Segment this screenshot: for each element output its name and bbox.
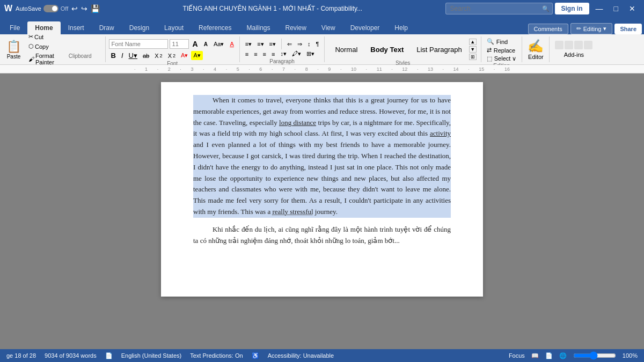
activity-underline: activity — [430, 129, 451, 137]
tab-review[interactable]: Review — [278, 21, 314, 34]
decrease-indent-button[interactable]: ⇐ — [285, 40, 294, 49]
bold-button[interactable]: B — [109, 50, 118, 61]
signin-button[interactable]: Sign in — [555, 3, 589, 14]
tab-mailings[interactable]: Mailings — [239, 21, 277, 34]
paragraph-2[interactable]: Khi nhắc đến du lịch, ai cũng nghĩ rằng … — [193, 224, 451, 247]
underline-button[interactable]: U▾ — [127, 50, 140, 61]
tab-view[interactable]: View — [314, 21, 343, 34]
borders-button[interactable]: ⊞▾ — [304, 49, 317, 58]
numbering-button[interactable]: ≡▾ — [255, 40, 266, 49]
redo-button[interactable]: ↪ — [81, 4, 87, 13]
paragraph-row1: ≡▾ ≡▾ ≡▾ ⇐ ⇒ ↕ ¶ — [243, 39, 321, 49]
styles-expand[interactable]: ⊞ — [469, 54, 477, 60]
tab-file[interactable]: File — [2, 21, 27, 34]
show-marks-button[interactable]: ¶ — [314, 40, 321, 48]
comments-button[interactable]: Comments — [528, 24, 568, 34]
styles-gallery: Normal Body Text List Paragraph ▲ ▼ ⊞ — [327, 39, 478, 60]
font-color-button[interactable]: A▾ — [179, 51, 190, 60]
addins-icons — [555, 41, 592, 49]
tab-draw[interactable]: Draw — [92, 21, 122, 34]
highlight-button[interactable]: A▾ — [191, 51, 202, 60]
document-area: When it comes to travel, everyone thinks… — [0, 73, 644, 349]
autosave-switch[interactable] — [43, 5, 58, 12]
view-icon-print[interactable]: 📄 — [545, 352, 553, 359]
accessibility-status: Accessibility: Unavailable — [268, 352, 334, 359]
paragraph-group: ≡▾ ≡▾ ≡▾ ⇐ ⇒ ↕ ¶ ≡ ≡ ≡ ≡ ↕▾ 🖍▾ ⊞▾ — [240, 36, 325, 62]
change-case-button[interactable]: Aa▾ — [211, 40, 226, 49]
cut-button[interactable]: ✂ Cut — [26, 32, 56, 41]
italic-button[interactable]: I — [119, 50, 126, 61]
font-group: A A Aa▾ A B I U▾ ab X2 X2 A▾ A▾ Font — [106, 36, 240, 62]
copy-button[interactable]: ⬡ Copy — [26, 42, 56, 51]
clipboard-sub: ✂ Cut ⬡ Copy 🖌 Format Painter — [26, 39, 56, 60]
view-icon-web[interactable]: 🌐 — [559, 352, 567, 359]
increase-indent-button[interactable]: ⇒ — [295, 40, 304, 49]
paste-button[interactable]: 📋 Paste — [3, 39, 24, 60]
maximize-button[interactable]: □ — [610, 2, 623, 15]
styles-scroll-down[interactable]: ▼ — [469, 46, 477, 53]
close-button[interactable]: ✕ — [625, 2, 640, 15]
find-icon: 🔍 — [487, 38, 494, 45]
view-icon-read[interactable]: 📖 — [531, 352, 539, 359]
align-left-button[interactable]: ≡ — [243, 50, 251, 58]
tab-bar: File Home Insert Draw Design Layout Refe… — [0, 17, 644, 34]
style-list-paragraph[interactable]: List Paragraph — [411, 43, 468, 56]
bullets-button[interactable]: ≡▾ — [243, 40, 254, 49]
zoom-slider[interactable] — [573, 351, 616, 360]
replace-button[interactable]: ⇄ Replace — [485, 46, 519, 54]
clear-format-button[interactable]: A — [228, 40, 236, 48]
tab-references[interactable]: References — [191, 21, 239, 34]
multilevel-button[interactable]: ≡▾ — [267, 40, 278, 49]
font-grow-button[interactable]: A — [191, 39, 200, 49]
status-bar: ge 18 of 28 9034 of 9034 words 📄 English… — [0, 349, 644, 362]
font-row2: B I U▾ ab X2 X2 A▾ A▾ — [109, 50, 236, 61]
justify-button[interactable]: ≡ — [269, 50, 277, 58]
line-spacing-button[interactable]: ↕▾ — [278, 49, 289, 58]
sort-button[interactable]: ↕ — [305, 40, 313, 48]
align-center-button[interactable]: ≡ — [252, 50, 259, 58]
tab-design[interactable]: Design — [122, 21, 157, 34]
font-size-input[interactable] — [170, 39, 189, 49]
editing-button[interactable]: ✏ Editing ▾ — [570, 23, 613, 34]
tab-help[interactable]: Help — [387, 21, 415, 34]
replace-icon: ⇄ — [487, 47, 492, 54]
tab-insert[interactable]: Insert — [61, 21, 92, 34]
addins-label[interactable]: Add-ins — [564, 51, 584, 58]
style-normal[interactable]: Normal — [329, 43, 363, 56]
ruler-marks: ·1· 2· 3· 4· 5· 6· 7· 8· 9· 10· 11· 12· … — [134, 67, 510, 72]
font-name-input[interactable] — [109, 39, 168, 49]
undo-button[interactable]: ↩ — [71, 4, 78, 13]
focus-button[interactable]: Focus — [509, 352, 525, 359]
search-input[interactable] — [445, 3, 553, 14]
style-body-text[interactable]: Body Text — [364, 43, 409, 56]
font-shrink-button[interactable]: A — [202, 40, 210, 48]
tab-layout[interactable]: Layout — [157, 21, 191, 34]
save-button[interactable]: 💾 — [91, 4, 100, 13]
tab-developer[interactable]: Developer — [343, 21, 387, 34]
autosave-label: AutoSave — [16, 5, 41, 12]
align-right-button[interactable]: ≡ — [261, 50, 268, 58]
strikethrough-button[interactable]: ab — [141, 51, 151, 60]
toggle-knob — [52, 6, 57, 11]
find-button[interactable]: 🔍 Find — [485, 38, 519, 46]
pencil-icon: ✏ — [576, 25, 581, 32]
divider1 — [281, 39, 282, 49]
document-page[interactable]: When it comes to travel, everyone thinks… — [161, 82, 483, 297]
select-button[interactable]: ⬚ Select ∨ — [485, 55, 519, 63]
styles-scroll-up[interactable]: ▲ — [469, 39, 477, 45]
styles-scroll-buttons: ▲ ▼ ⊞ — [469, 39, 477, 60]
subscript-button[interactable]: X2 — [152, 51, 164, 60]
superscript-button[interactable]: X2 — [166, 51, 178, 60]
language[interactable]: English (United States) — [121, 352, 182, 359]
minimize-button[interactable]: — — [591, 2, 608, 15]
addin-icon-1 — [555, 41, 564, 49]
paragraph-1[interactable]: When it comes to travel, everyone thinks… — [193, 95, 451, 218]
share-button[interactable]: Share — [614, 24, 642, 34]
shading-button[interactable]: 🖍▾ — [290, 49, 303, 58]
word-count: 9034 of 9034 words — [45, 352, 97, 359]
format-painter-button[interactable]: 🖌 Format Painter — [26, 51, 56, 67]
really-stressful-underline: really stressful — [272, 208, 313, 216]
editor-label[interactable]: Editor — [528, 54, 544, 60]
proofing-icon: 📄 — [105, 352, 113, 359]
search-icon: 🔍 — [542, 5, 550, 12]
